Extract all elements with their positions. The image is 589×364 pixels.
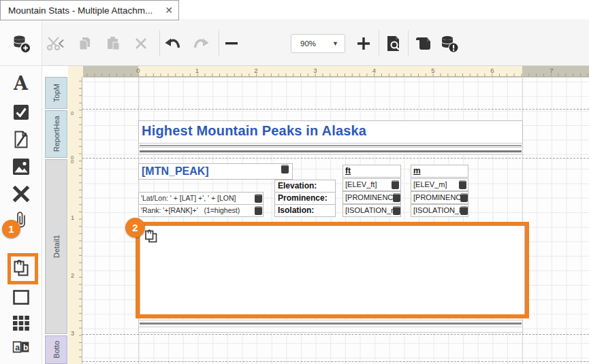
zoom-level-value: 90% bbox=[300, 39, 332, 48]
tool-table-frame[interactable] bbox=[13, 315, 29, 331]
elev-ft-field[interactable]: [ELEV_ft] bbox=[343, 178, 401, 191]
data-source-warning-button[interactable] bbox=[440, 35, 459, 52]
ruler-corner bbox=[68, 66, 83, 77]
m-column-header[interactable]: m bbox=[411, 165, 468, 178]
dynamic-field-chip-icon bbox=[281, 165, 289, 173]
report-title-textbox[interactable]: Highest Mountain Peaks in Alaska bbox=[138, 120, 523, 144]
script-scroll-icon bbox=[414, 35, 432, 52]
callout-badge-1: 1 bbox=[2, 220, 20, 238]
ruler-number: 3 bbox=[71, 330, 74, 337]
tool-picture[interactable] bbox=[13, 159, 29, 175]
scissors-icon bbox=[46, 35, 62, 52]
vertical-ruler-ticks bbox=[79, 77, 82, 364]
copy-button[interactable] bbox=[76, 35, 93, 52]
dynamic-field-chip-icon bbox=[460, 206, 468, 215]
redo-button[interactable] bbox=[192, 37, 210, 50]
field-text: [PROMINENCE bbox=[345, 193, 398, 201]
horizontal-ruler-ticks bbox=[83, 73, 589, 76]
document-tab[interactable]: Mountain Stats - Multiple Attachm... ✕ bbox=[0, 0, 179, 20]
band-separator bbox=[82, 334, 589, 335]
band-top-margin[interactable]: TopM bbox=[45, 77, 67, 109]
element-toolbox: A bbox=[0, 21, 42, 364]
add-data-button[interactable] bbox=[12, 35, 30, 53]
rank-expression-textbox[interactable]: 'Rank: '+[RANK]+' (1=highest) bbox=[138, 204, 264, 217]
paste-icon bbox=[105, 35, 121, 52]
paste-button[interactable] bbox=[105, 35, 121, 52]
latlon-expression-textbox[interactable]: 'Lat/Lon: ' + [LAT] +', ' + [LON] bbox=[138, 192, 264, 205]
tool-picture-placeholder[interactable] bbox=[12, 186, 29, 203]
tool-checkbox[interactable] bbox=[13, 105, 29, 120]
tool-barcode[interactable]: a b bbox=[12, 340, 29, 354]
prominence-ft-field[interactable]: [PROMINENCE bbox=[343, 191, 401, 204]
ruler-number: 0 bbox=[71, 110, 74, 116]
field-text: [ISOLATION_m bbox=[345, 206, 397, 214]
svg-text:a: a bbox=[15, 343, 20, 352]
tab-close-icon[interactable]: ✕ bbox=[165, 5, 173, 15]
zoom-in-button[interactable] bbox=[357, 37, 370, 50]
minus-icon bbox=[225, 42, 238, 45]
rank-expression-text: 'Rank: '+[RANK]+' (1=highest) bbox=[141, 206, 240, 214]
ruler-number: 2 bbox=[71, 272, 74, 279]
header-line-element-2[interactable] bbox=[138, 147, 523, 154]
rectangle-icon bbox=[13, 290, 29, 305]
horizontal-ruler: 0 1 2 3 4 5 6 7 bbox=[83, 66, 589, 77]
tool-dynamic-text[interactable] bbox=[12, 131, 29, 149]
dynamic-field-chip-icon bbox=[393, 206, 400, 215]
field-text: [PROMINENCE bbox=[413, 193, 466, 201]
copy-icon bbox=[76, 35, 93, 52]
dynamic-field-chip-icon bbox=[393, 193, 400, 202]
zoom-level-dropdown[interactable]: 90% ▼ bbox=[291, 34, 345, 53]
band-bottom-margin[interactable]: Botto bbox=[45, 335, 67, 364]
prominence-m-field[interactable]: [PROMINENCE bbox=[411, 191, 468, 204]
zoom-out-button[interactable] bbox=[225, 42, 238, 45]
band-label: Botto bbox=[52, 341, 61, 359]
column-header-text: ft bbox=[345, 166, 351, 176]
tab-strip: Mountain Stats - Multiple Attachm... ✕ bbox=[0, 0, 589, 20]
picture-icon bbox=[13, 159, 29, 175]
isolation-label[interactable]: Isolation: bbox=[274, 204, 336, 217]
footer-line-element-2[interactable] bbox=[138, 327, 523, 333]
callout-badge-2: 2 bbox=[125, 218, 145, 237]
delete-x-icon bbox=[134, 37, 148, 50]
svg-text:b: b bbox=[22, 343, 27, 352]
ruler-number: 4 bbox=[372, 67, 376, 74]
ft-column-header[interactable]: ft bbox=[343, 165, 401, 178]
tool-text[interactable]: A bbox=[14, 74, 28, 93]
checkbox-icon bbox=[13, 105, 29, 120]
tool-rectangle[interactable] bbox=[13, 290, 29, 305]
ruler-number: 1 bbox=[195, 67, 199, 74]
document-tab-title: Mountain Stats - Multiple Attachm... bbox=[8, 5, 162, 16]
peak-field-textbox[interactable]: [MTN_PEAK] bbox=[138, 163, 293, 180]
elevation-label[interactable]: Elevation: bbox=[274, 180, 336, 193]
database-warning-icon bbox=[440, 35, 459, 52]
dynamic-field-chip-icon bbox=[460, 193, 468, 202]
script-button[interactable] bbox=[414, 35, 432, 52]
band-detail[interactable]: Detail1 bbox=[45, 159, 67, 334]
label-text: Prominence: bbox=[278, 193, 328, 203]
callout-number: 2 bbox=[132, 222, 138, 233]
report-designer-window: Mountain Stats - Multiple Attachm... ✕ bbox=[0, 0, 589, 364]
dynamic-field-chip-icon bbox=[392, 180, 399, 189]
band-separator bbox=[82, 109, 589, 110]
undo-button[interactable] bbox=[164, 37, 182, 50]
zoom-to-page-button[interactable] bbox=[385, 35, 402, 52]
picture-x-icon bbox=[12, 186, 29, 203]
prominence-label[interactable]: Prominence: bbox=[274, 192, 336, 205]
peak-field-text: [MTN_PEAK] bbox=[142, 165, 209, 177]
band-report-header[interactable]: ReportHea bbox=[45, 110, 67, 158]
table-grid-icon bbox=[13, 315, 29, 331]
isolation-mi-field[interactable]: [ISOLATION_m bbox=[343, 204, 401, 217]
label-text: Elevation: bbox=[278, 181, 317, 191]
tool-multiple-attachments[interactable] bbox=[12, 260, 30, 278]
ruler-number: 0 bbox=[136, 67, 140, 74]
toolbar: 90% ▼ bbox=[0, 21, 589, 66]
redo-icon bbox=[192, 37, 210, 50]
field-text: [ISOLATION_k bbox=[413, 206, 463, 214]
ruler-number: 2 bbox=[254, 67, 257, 74]
cut-button[interactable] bbox=[46, 35, 62, 52]
elev-m-field[interactable]: [ELEV_m] bbox=[411, 178, 468, 191]
delete-button[interactable] bbox=[134, 37, 148, 50]
multiple-attachments-icon bbox=[12, 260, 30, 278]
isolation-km-field[interactable]: [ISOLATION_k bbox=[411, 204, 468, 217]
ruler-number: 0 bbox=[71, 159, 74, 165]
